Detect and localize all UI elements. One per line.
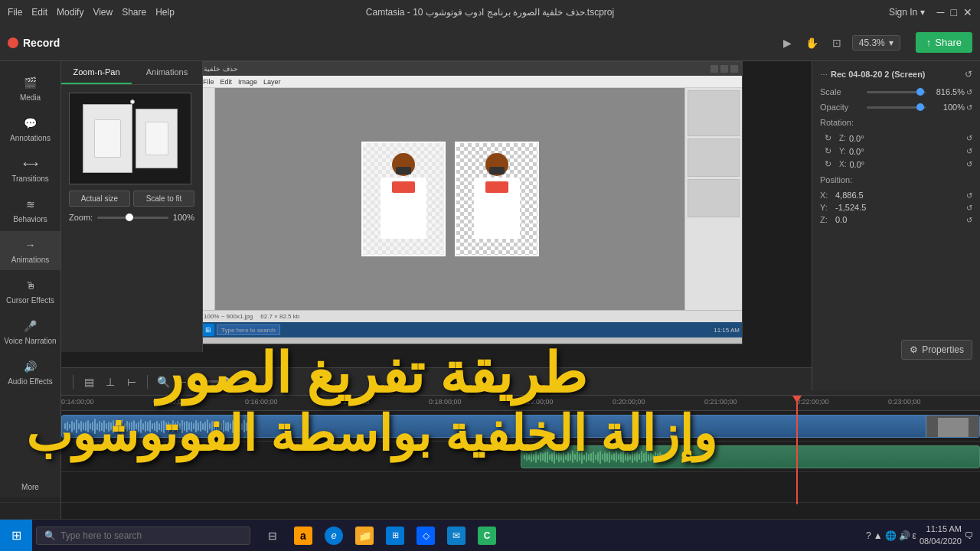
mail-icon[interactable]: ✉ xyxy=(442,521,471,550)
scale-value: 816.5% xyxy=(930,87,965,96)
py-reset-icon[interactable]: ↺ xyxy=(966,204,972,212)
timeline-zoom-slider[interactable] xyxy=(194,380,256,383)
time-mark-0: 0:14:00;00 xyxy=(61,398,94,406)
ps-titlebar: حذف خلفية xyxy=(200,62,742,76)
sidebar-item-behaviors[interactable]: ≋ Behaviors xyxy=(0,191,60,230)
ps-statusbar: 100% ~ 900x1.jpg 62.7 × 82.5 kb xyxy=(200,310,742,322)
track2-row: // Generate waveform bars inline const h… xyxy=(61,411,980,442)
menu-share[interactable]: Share xyxy=(122,7,146,18)
sign-in-button[interactable]: Sign In ▾ xyxy=(889,7,925,18)
wave-bar xyxy=(241,423,243,430)
wave-bar2 xyxy=(627,452,629,461)
wave-bar xyxy=(145,421,146,432)
rotation-row: Rotation: xyxy=(820,118,972,127)
scale-slider[interactable] xyxy=(867,91,926,93)
zoom-minus-icon[interactable]: − xyxy=(175,373,191,390)
wave-bar xyxy=(76,419,77,433)
close-button[interactable]: ✕ xyxy=(963,6,972,18)
search-input[interactable] xyxy=(60,530,242,541)
menu-modify[interactable]: Modify xyxy=(57,7,83,18)
taskview-icon[interactable]: ⊟ xyxy=(258,521,287,550)
start-button[interactable]: ⊞ xyxy=(0,520,32,552)
amazon-icon[interactable]: a xyxy=(289,521,318,550)
maximize-button[interactable]: □ xyxy=(951,6,957,18)
edge-icon[interactable]: e xyxy=(319,521,348,550)
share-button[interactable]: ↑ Share xyxy=(916,32,972,53)
sidebar-item-animations[interactable]: → Animations xyxy=(0,231,60,270)
sidebar-item-audio-effects[interactable]: 🔊 Audio Effects xyxy=(0,353,60,392)
time-mark-9: 0:23:00;00 xyxy=(888,398,921,406)
globe-icon[interactable]: 🌐 xyxy=(885,530,897,541)
cursor-tool-icon[interactable]: ▶ xyxy=(779,34,797,52)
menu-edit[interactable]: Edit xyxy=(31,7,47,18)
hand-tool-icon[interactable]: ✋ xyxy=(803,34,822,52)
photoshop-window: حذف خلفية File Edit Image Layer xyxy=(200,62,742,344)
wave-bar xyxy=(220,423,222,430)
wave-bar2 xyxy=(590,453,592,461)
minimize-button[interactable]: ─ xyxy=(937,6,945,18)
sidebar-item-voice-narration[interactable]: 🎤 Voice Narration xyxy=(0,312,60,351)
dropbox-icon[interactable]: ◇ xyxy=(411,521,440,550)
audio-effects-icon: 🔊 xyxy=(23,359,38,374)
track1-clip[interactable]: const heights2 = [6,10,8,14,9,16,7,12,10… xyxy=(521,445,980,468)
menu-help[interactable]: Help xyxy=(155,7,175,18)
sidebar-item-cursor-effects[interactable]: 🖱 Cursor Effects xyxy=(0,272,60,311)
sidebar-item-media[interactable]: 🎬 Media xyxy=(0,69,60,108)
time-mark-6: 0:20:00;00 xyxy=(612,398,645,406)
notification-icon[interactable]: 🗨 xyxy=(965,530,974,541)
opacity-slider[interactable] xyxy=(867,106,926,109)
x-reset-icon[interactable]: ↺ xyxy=(966,160,972,168)
taskbar-search[interactable]: 🔍 xyxy=(36,527,250,545)
wave-bar xyxy=(69,424,70,429)
tab-animations[interactable]: Animations xyxy=(132,61,202,84)
props-refresh-icon[interactable]: ↺ xyxy=(965,69,972,80)
annotations-label: Annotations xyxy=(10,134,51,142)
explorer-icon[interactable]: 📁 xyxy=(350,521,379,550)
menu-view[interactable]: View xyxy=(93,7,113,18)
wave-bar xyxy=(186,421,188,432)
z-reset-icon[interactable]: ↺ xyxy=(966,134,972,142)
sidebar-item-more[interactable]: More xyxy=(0,477,60,497)
zoom-control[interactable]: 45.3% ▾ xyxy=(852,35,900,51)
scale-reset-icon[interactable]: ↺ xyxy=(966,88,972,96)
wave-bar xyxy=(200,421,201,432)
menu-bar: File Edit Modify View Share Help xyxy=(8,7,175,18)
zoom-out-icon[interactable]: 🔍 xyxy=(155,373,172,390)
windows-icon-small: ⊞ xyxy=(205,326,211,334)
props-dots[interactable]: ⋯ xyxy=(820,70,828,79)
zoom-slider[interactable] xyxy=(97,217,168,219)
actual-size-button[interactable]: Actual size xyxy=(69,191,130,207)
tab-zoom-n-pan[interactable]: Zoom-n-Pan xyxy=(61,61,132,84)
rotate-z-icon: ↻ xyxy=(820,133,835,143)
system-clock[interactable]: 11:15 AM 08/04/2020 xyxy=(920,523,962,547)
y-reset-icon[interactable]: ↺ xyxy=(966,147,972,155)
scale-label: Scale xyxy=(820,87,862,96)
opacity-reset-icon[interactable]: ↺ xyxy=(966,103,972,112)
help-tray-icon[interactable]: ? xyxy=(866,530,871,541)
menu-file[interactable]: File xyxy=(8,7,22,18)
record-button[interactable]: Record xyxy=(8,37,60,49)
zoom-value: 45.3% xyxy=(859,37,885,48)
volume-icon[interactable]: 🔊 xyxy=(899,530,910,541)
wave-bar xyxy=(218,422,220,431)
px-reset-icon[interactable]: ↺ xyxy=(966,191,972,200)
ps-min xyxy=(710,65,718,73)
split-icon[interactable]: ⊥ xyxy=(102,373,119,390)
camtasia-icon[interactable]: C xyxy=(472,521,501,550)
network-icon[interactable]: ε xyxy=(913,530,916,541)
sidebar-item-annotations[interactable]: 💬 Annotations xyxy=(0,109,60,148)
cursor-effects-icon: 🖱 xyxy=(23,278,38,293)
sidebar-item-transitions[interactable]: ⟷ Transitions xyxy=(0,150,60,189)
ps-layers-panel xyxy=(688,90,740,136)
extend-icon[interactable]: ⊢ xyxy=(123,373,140,390)
system-tray: ? ▲ 🌐 🔊 ε xyxy=(866,530,916,541)
scale-to-fit-button[interactable]: Scale to fit xyxy=(133,191,194,207)
ripple-icon[interactable]: ▤ xyxy=(80,373,97,390)
properties-button[interactable]: ⚙ Properties xyxy=(901,340,972,360)
wave-bar xyxy=(147,422,149,431)
crop-tool-icon[interactable]: ⊡ xyxy=(828,34,846,52)
track2-clip[interactable]: // Generate waveform bars inline const h… xyxy=(61,415,980,438)
store-icon[interactable]: ⊞ xyxy=(381,521,410,550)
pz-reset-icon[interactable]: ↺ xyxy=(966,216,972,224)
up-arrow-icon[interactable]: ▲ xyxy=(874,530,883,541)
